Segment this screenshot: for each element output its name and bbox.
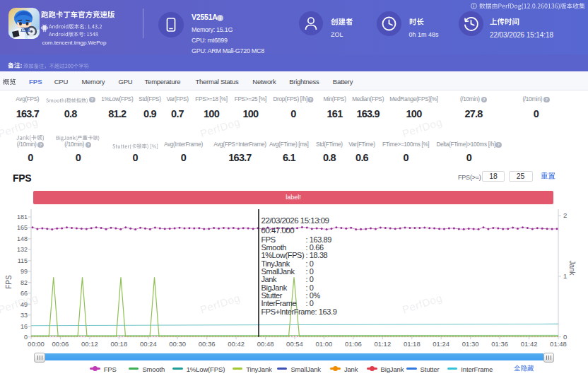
svg-text:49: 49 — [20, 301, 28, 308]
svg-text:66: 66 — [20, 290, 28, 297]
svg-text:00:54: 00:54 — [286, 340, 303, 348]
svg-text:115: 115 — [18, 257, 28, 264]
svg-text:01:36: 01:36 — [491, 340, 508, 348]
svg-text:01:18: 01:18 — [404, 340, 421, 348]
svg-text:00:18: 00:18 — [110, 340, 127, 348]
svg-text:82: 82 — [20, 279, 28, 286]
svg-text:33: 33 — [20, 312, 28, 319]
svg-text:00:42: 00:42 — [228, 340, 245, 348]
svg-text:132: 132 — [17, 246, 28, 253]
svg-text:01:48: 01:48 — [550, 340, 567, 348]
svg-text:00:30: 00:30 — [169, 340, 186, 348]
svg-text:01:12: 01:12 — [374, 340, 391, 348]
svg-text:01:30: 01:30 — [462, 340, 479, 348]
svg-text:00:06: 00:06 — [52, 340, 69, 348]
svg-text:01:24: 01:24 — [433, 340, 449, 348]
svg-text:00:24: 00:24 — [140, 340, 157, 348]
svg-text:148: 148 — [17, 235, 28, 242]
svg-text:00:36: 00:36 — [199, 340, 216, 348]
svg-text:99: 99 — [20, 268, 28, 275]
svg-text:01:00: 01:00 — [316, 340, 333, 348]
svg-text:FPS: FPS — [5, 275, 13, 289]
svg-text:01:42: 01:42 — [521, 340, 538, 348]
svg-text:2: 2 — [563, 211, 567, 219]
svg-text:181: 181 — [17, 213, 28, 221]
svg-text:16: 16 — [20, 323, 28, 330]
svg-text:00:00: 00:00 — [28, 340, 45, 348]
svg-text:Jank: Jank — [568, 260, 576, 276]
svg-text:00:12: 00:12 — [81, 340, 98, 348]
svg-text:00:48: 00:48 — [257, 340, 274, 348]
svg-text:01:06: 01:06 — [345, 340, 362, 348]
svg-text:165: 165 — [17, 224, 28, 231]
svg-text:1: 1 — [563, 272, 567, 280]
